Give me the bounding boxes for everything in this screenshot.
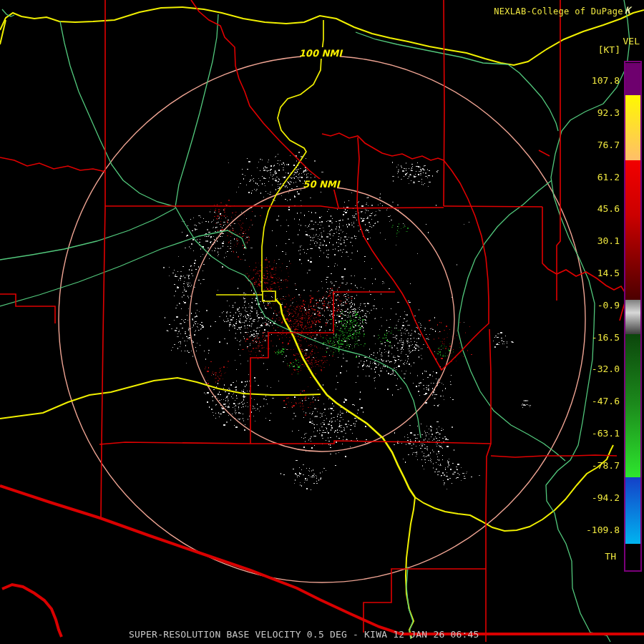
colorbar-tick-label: -63.1 bbox=[577, 429, 620, 438]
map-lines bbox=[0, 0, 644, 642]
colorbar-tick-label: -94.2 bbox=[577, 493, 620, 502]
map-line-interstate bbox=[2, 585, 62, 637]
map-line-county bbox=[444, 0, 444, 206]
map-line-county bbox=[444, 206, 542, 207]
map-line-interstate bbox=[0, 486, 644, 634]
map-line-river bbox=[356, 32, 508, 64]
velocity-colorbar bbox=[624, 61, 642, 572]
map-line-river bbox=[0, 208, 175, 260]
map-line-county bbox=[322, 133, 444, 160]
map-line-river bbox=[175, 14, 218, 207]
colorbar-segment bbox=[625, 544, 640, 569]
colorbar-segment bbox=[625, 160, 640, 215]
map-line-road bbox=[406, 497, 415, 638]
colorbar-tick-label: 92.3 bbox=[577, 108, 620, 117]
colorbar-unit-kt: [KT] bbox=[598, 45, 620, 54]
map-line-county bbox=[557, 0, 560, 301]
map-line-road bbox=[415, 445, 613, 531]
colorbar-segment bbox=[625, 215, 640, 300]
colorbar-tick-label: 61.2 bbox=[577, 172, 620, 182]
ring-label-100nmi: 100 NMI bbox=[299, 47, 343, 59]
map-line-river bbox=[175, 207, 421, 438]
colorbar-tick-label: -78.7 bbox=[577, 461, 620, 470]
colorbar-segment bbox=[625, 404, 640, 477]
map-line-county bbox=[250, 292, 333, 444]
colorbar-tick-label: -16.5 bbox=[577, 333, 620, 342]
colorbar-tick-label: 30.1 bbox=[577, 236, 620, 245]
colorbar-tick-label: -32.0 bbox=[577, 364, 620, 374]
site-title-text: NEXLAB-College of DuPage bbox=[494, 6, 623, 16]
colorbar-segment bbox=[625, 477, 640, 544]
map-line-road bbox=[275, 299, 415, 497]
colorbar-tick-label: 45.6 bbox=[577, 204, 620, 213]
map-line-river bbox=[458, 180, 565, 461]
map-line-county bbox=[357, 137, 489, 370]
map-line-county bbox=[101, 0, 105, 517]
colorbar-segment bbox=[625, 313, 640, 334]
colorbar-segment bbox=[625, 95, 640, 160]
map-line-county bbox=[364, 569, 486, 633]
colorbar-unit-vel: VEL bbox=[623, 36, 640, 46]
colorbar-segment bbox=[625, 300, 640, 313]
map-line-county bbox=[486, 329, 491, 642]
ring-label-50nmi-text: 50 NMI bbox=[303, 179, 341, 190]
map-line-river bbox=[0, 230, 246, 306]
colorbar-tick-label: -47.6 bbox=[577, 396, 620, 406]
range-rings bbox=[59, 56, 585, 582]
radar-display: 100 NMI 50 NMI NEXLAB-College of DuPageK… bbox=[0, 0, 644, 644]
map-line-county bbox=[191, 0, 338, 208]
ring-label-50nmi: 50 NMI bbox=[303, 179, 341, 190]
colorbar-tick-label: 14.5 bbox=[577, 268, 620, 278]
colorbar-segment bbox=[625, 63, 640, 95]
map-line-road bbox=[263, 291, 275, 301]
colorbar-segment bbox=[625, 334, 640, 404]
map-line-road bbox=[0, 378, 321, 419]
colorbar-threshold-label: TH bbox=[605, 552, 616, 561]
range-ring-circle bbox=[59, 56, 585, 582]
map-line-river bbox=[546, 0, 630, 642]
colorbar-tick-label: 76.7 bbox=[577, 140, 620, 150]
map-line-county bbox=[491, 455, 617, 457]
colorbar-tick-label: 107.8 bbox=[577, 76, 620, 85]
map-overlay: 100 NMI 50 NMI bbox=[0, 0, 644, 644]
map-line-county bbox=[99, 441, 491, 444]
map-line-county bbox=[539, 150, 550, 156]
site-title: NEXLAB-College of DuPageK bbox=[494, 6, 631, 16]
colorbar-tick-label: -0.9 bbox=[577, 301, 620, 310]
map-line-river bbox=[60, 21, 175, 207]
map-line-county bbox=[0, 157, 105, 172]
map-line-river bbox=[508, 64, 558, 131]
product-caption: SUPER-RESOLUTION BASE VELOCITY 0.5 DEG -… bbox=[129, 629, 479, 640]
ring-label-100nmi-text: 100 NMI bbox=[299, 48, 343, 59]
colorbar-tick-label: -109.8 bbox=[577, 525, 620, 535]
